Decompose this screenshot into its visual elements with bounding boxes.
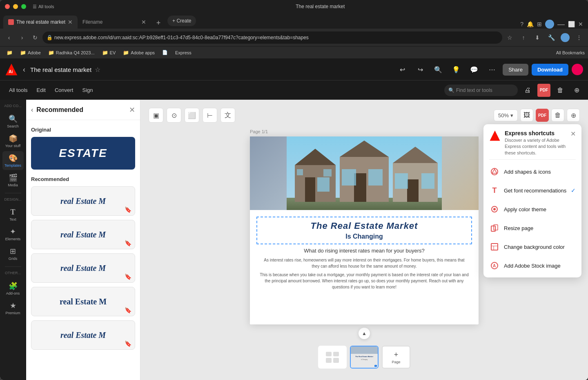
canvas-add-tool[interactable]: ⊕ [567,109,580,122]
bookmark-radhika[interactable]: 📁 Radhika Q4 2023... [45,49,98,56]
page-container[interactable]: The Real Estate Market Is Changing What … [250,136,479,324]
close-btn[interactable] [5,4,10,9]
tab-close-icon[interactable]: ✕ [68,19,73,25]
sidebar-item-text[interactable]: T Text [2,206,24,224]
browser-question-icon[interactable]: ? [520,21,523,27]
bookmark-icon-1[interactable]: 🔖 [125,206,131,213]
canvas-crop-tool[interactable]: ⊙ [167,108,181,123]
bookmark-folder-other[interactable]: 📁 [3,49,16,56]
panel-back-button[interactable]: ‹ [31,106,33,114]
download-button[interactable]: Download [532,64,568,76]
browser-tab-active[interactable]: The real estate market ✕ [3,16,78,29]
download-icon[interactable]: ⬇ [532,32,543,43]
shortcuts-close-button[interactable]: ✕ [570,130,576,138]
canvas-align-tool[interactable]: ⊢ [203,108,217,123]
bookmark-icon-2[interactable]: 🔖 [125,240,131,246]
browser-tab-inactive[interactable]: Filename ✕ [78,16,151,29]
delete-icon[interactable]: 🗑 [554,84,567,97]
browser-profile-icon[interactable] [545,20,554,29]
bookmark-star-icon[interactable]: ☆ [504,32,515,43]
bookmark-icon-3[interactable]: 🔖 [125,273,131,280]
sidebar-item-premium[interactable]: ★ Premium [2,299,24,317]
font-card-3[interactable]: real Estate M 🔖 [31,253,135,283]
maximize-btn[interactable] [21,4,26,9]
shortcut-apply-color[interactable]: Apply color theme [483,200,581,219]
user-avatar[interactable] [572,64,583,75]
bookmark-adobe[interactable]: 📁 Adobe [17,49,44,56]
canvas-tool-btn-1[interactable]: 🖼 [520,109,533,122]
bookmark-icon-4[interactable]: 🔖 [125,307,131,313]
sidebar-item-your-stuff[interactable]: 📦 Your stuff [2,132,24,150]
thumbnail-grid[interactable] [318,346,347,369]
print-icon[interactable]: 🖨 [521,84,534,97]
minimize-btn[interactable] [13,4,18,9]
address-bar[interactable]: 🔒 new.express.adobe.com/id/urn:aaid:sc:A… [42,31,502,44]
back-button[interactable]: ‹ [3,32,15,43]
more-options-button[interactable]: ⋯ [485,62,499,77]
canvas-delete-tool[interactable]: 🗑 [551,109,564,122]
font-card-1[interactable]: real Estate M 🔖 [31,186,135,216]
sidebar-item-addons[interactable]: 🧩 Add-ons [2,279,24,298]
zoom-control[interactable]: 50% ▾ [494,110,518,121]
undo-button[interactable]: ↩ [395,62,410,77]
text-icon: T [10,208,15,217]
canvas-select-tool[interactable]: ▣ [149,108,163,123]
reload-button[interactable]: ↻ [29,32,41,43]
extensions-icon[interactable]: 🔧 [546,32,557,43]
find-bar[interactable]: 🔍 Find text or tools [444,85,518,96]
sidebar-item-grids[interactable]: ⊞ Grids [2,244,24,263]
forward-button[interactable]: › [16,32,28,43]
page-title-box[interactable]: The Real Estate Market Is Changing [256,217,472,244]
app-star-icon[interactable]: ☆ [95,66,100,74]
shortcut-change-bg[interactable]: Change background color [483,237,581,256]
create-tab-button[interactable]: + Create [167,16,196,26]
add-icon[interactable]: ⊕ [570,84,583,97]
sidebar-item-templates[interactable]: 🎨 Templates [2,151,24,170]
shortcut-add-shapes[interactable]: Add shapes & icons [483,162,581,181]
browser-apps-icon[interactable]: ⊞ [537,21,542,27]
bookmark-ev[interactable]: 📁 EV [99,49,119,56]
shortcut-get-fonts[interactable]: T Get font recommendations ✓ [483,181,581,200]
sidebar-item-elements[interactable]: ✦ Elements [2,225,24,244]
comment-button[interactable]: 💬 [467,62,481,77]
shortcut-add-stock[interactable]: A Add Adobe Stock image [483,256,581,275]
thumbnail-add-page[interactable]: + Page [382,346,410,369]
new-tab-button[interactable]: + [153,17,164,29]
tab-close-icon-2[interactable]: ✕ [141,19,146,25]
all-bookmarks-label[interactable]: All Bookmarks [556,50,585,55]
bookmark-express[interactable]: Express [172,49,195,56]
profile-icon-2[interactable] [559,32,571,43]
font-card-4[interactable]: real Estate M 🔖 [31,287,135,316]
collapse-button[interactable]: ▲ [359,328,370,339]
bookmark-icon-5[interactable]: 🔖 [125,340,131,347]
share-icon[interactable]: ↑ [518,32,529,43]
share-button[interactable]: Share [503,64,528,76]
browser-bell-icon[interactable]: 🔔 [527,21,534,27]
canvas-shape-tool[interactable]: ⬜ [185,108,199,123]
redo-button[interactable]: ↪ [413,62,428,77]
thumbnail-page-1[interactable]: The Real Estate Market Is Changing 1 [350,346,379,369]
bookmark-apps[interactable]: 📁 Adobe apps [120,49,158,56]
bookmark-apps-2[interactable]: 📄 [159,49,171,56]
lightbulb-button[interactable]: 💡 [449,62,463,77]
menu-convert[interactable]: Convert [51,85,78,96]
app-back-button[interactable]: ‹ [21,64,27,76]
shortcut-resize-page[interactable]: Resize page [483,219,581,237]
canvas-translate-tool[interactable]: 文 [220,108,235,123]
search-tool-button[interactable]: 🔍 [431,62,445,77]
font-card-2[interactable]: real Estate M 🔖 [31,220,135,249]
sidebar-item-search[interactable]: 🔍 Search [2,112,24,131]
os-menu[interactable]: ☰ All tools [33,4,54,9]
panel-close-button[interactable]: ✕ [129,105,135,114]
menu-all-tools[interactable]: All tools [5,85,32,96]
menu-sign[interactable]: Sign [78,85,97,96]
browser-restore-icon[interactable]: ⬜ [568,21,575,27]
browser-minimize-icon[interactable]: — [557,20,565,29]
pdf-icon[interactable]: PDF [537,84,550,97]
more-menu-icon[interactable]: ⋮ [573,32,585,43]
browser-close-icon[interactable]: ✕ [578,21,583,27]
canvas-tool-btn-2[interactable]: PDF [536,109,549,122]
sidebar-item-media[interactable]: 🎬 Media [2,171,24,190]
font-card-5[interactable]: real Estate M 🔖 [31,320,135,350]
menu-edit[interactable]: Edit [33,85,50,96]
